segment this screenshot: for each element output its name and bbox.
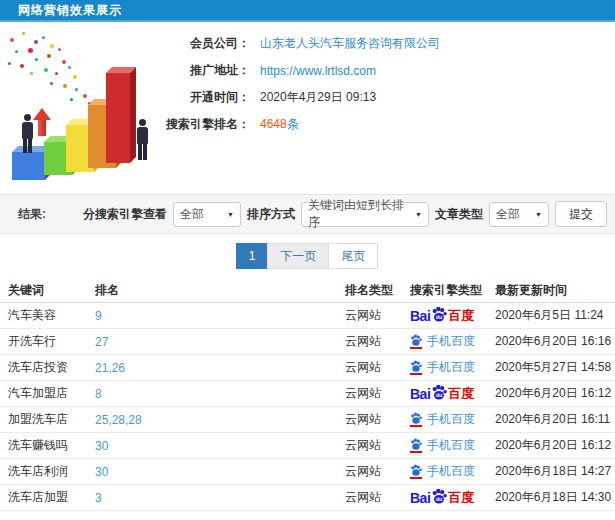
page: 网络营销效果展示 会员公司： 山东老人头汽车服务咨询有限公司 — [0, 0, 615, 520]
baidu-paw-icon: du — [431, 489, 447, 505]
keyword-cell: 加盟洗车店 — [8, 411, 95, 428]
table-header-row: 关键词 排名 排名类型 搜索引擎类型 最新更新时间 — [0, 278, 615, 303]
baidu-mobile-paw-icon — [410, 360, 422, 375]
rank-type-cell: 云网站 — [345, 333, 410, 350]
rank-type-cell: 云网站 — [345, 463, 410, 480]
baidu-mobile-paw-icon — [410, 334, 422, 349]
rank-count: 4648 — [260, 117, 287, 131]
next-page-button[interactable]: 下一页 — [267, 243, 329, 269]
chevron-down-icon: ▼ — [415, 211, 422, 218]
open-time-row: 开通时间： 2020年4月29日 09:13 — [160, 84, 615, 111]
engine-cell: Bai du 百度 — [410, 385, 495, 403]
rank-unit: 条 — [287, 117, 299, 131]
growth-chart-illustration — [0, 22, 160, 194]
table-row: 洗车店加盟 3 云网站 Bai du 百度 — [0, 485, 615, 511]
member-company-link[interactable]: 山东老人头汽车服务咨询有限公司 — [260, 35, 440, 52]
results-label: 结果: — [18, 206, 46, 223]
baidu-mobile-text: 手机百度 — [427, 437, 475, 454]
bar-red — [106, 73, 130, 163]
baidu-mobile-text: 手机百度 — [427, 359, 475, 376]
promo-url-row: 推广地址： https://www.lrtlsd.com — [160, 57, 615, 84]
engine-cell: Bai du 百度 — [410, 463, 495, 480]
info-fields: 会员公司： 山东老人头汽车服务咨询有限公司 推广地址： https://www.… — [160, 22, 615, 194]
pagination: 1 下一页 尾页 — [237, 243, 379, 269]
baidu-cn-text: 百度 — [448, 489, 474, 507]
table-row: 开洗车行 27 云网站 Bai du 百度 — [0, 329, 615, 355]
open-time-value: 2020年4月29日 09:13 — [260, 89, 376, 106]
page-1-button[interactable]: 1 — [236, 243, 269, 269]
keyword-cell: 洗车店加盟 — [8, 489, 95, 506]
last-page-button[interactable]: 尾页 — [328, 243, 378, 269]
baidu-logo-text: Bai — [410, 386, 430, 402]
baidu-mobile-paw-icon — [410, 412, 422, 427]
rank-link[interactable]: 27 — [95, 335, 108, 349]
sort-value: 关键词由短到长排序 — [308, 197, 409, 231]
updated-cell: 2020年6月20日 16:12 — [495, 437, 615, 454]
rank-type-cell: 云网站 — [345, 359, 410, 376]
article-type-label: 文章类型 — [435, 206, 483, 223]
col-updated: 最新更新时间 — [495, 282, 615, 299]
page-header: 网络营销效果展示 — [0, 0, 615, 22]
filter-bar: 结果: 分搜索引擎查看 全部 ▼ 排序方式 关键词由短到长排序 ▼ 文章类型 全… — [0, 194, 615, 234]
sort-label: 排序方式 — [247, 206, 295, 223]
article-type-select[interactable]: 全部 ▼ — [489, 202, 549, 227]
rank-type-cell: 云网站 — [345, 385, 410, 402]
keyword-cell: 开洗车行 — [8, 333, 95, 350]
baidu-mobile-paw-icon — [410, 464, 422, 479]
keyword-cell: 汽车美容 — [8, 307, 95, 324]
baidu-mobile-text: 手机百度 — [427, 333, 475, 350]
engine-cell: Bai du 百度 — [410, 489, 495, 507]
updated-cell: 2020年5月27日 14:58 — [495, 359, 615, 376]
rank-type-cell: 云网站 — [345, 411, 410, 428]
businessman-left — [19, 114, 35, 153]
col-keyword: 关键词 — [8, 282, 95, 299]
col-engine-type: 搜索引擎类型 — [410, 282, 495, 299]
baidu-logo-text: Bai — [410, 490, 430, 506]
engine-filter-select[interactable]: 全部 ▼ — [173, 202, 241, 227]
rank-link[interactable]: 30 — [95, 439, 108, 453]
rank-link[interactable]: 25,28,28 — [95, 413, 142, 427]
baidu-paw-icon: du — [431, 385, 447, 401]
bar-blue — [12, 152, 45, 180]
baidu-cn-text: 百度 — [448, 385, 474, 403]
table-row: 汽车加盟店 8 云网站 Bai du 百度 — [0, 381, 615, 407]
engine-filter-label: 分搜索引擎查看 — [83, 206, 167, 223]
submit-button[interactable]: 提交 — [555, 201, 607, 227]
open-time-label: 开通时间： — [160, 89, 250, 106]
baidu-cn-text: 百度 — [448, 307, 474, 325]
keyword-cell: 汽车加盟店 — [8, 385, 95, 402]
baidu-pc-logo: Bai du 百度 — [410, 385, 474, 403]
engine-cell: Bai du 百度 — [410, 307, 495, 325]
rank-link[interactable]: 8 — [95, 387, 102, 401]
baidu-mobile-logo: 手机百度 — [410, 437, 475, 454]
table-row: 洗车店利润 30 云网站 Bai du 百度 — [0, 459, 615, 485]
page-title: 网络营销效果展示 — [18, 2, 122, 19]
keyword-cell: 洗车店利润 — [8, 463, 95, 480]
rank-type-cell: 云网站 — [345, 437, 410, 454]
svg-text:du: du — [436, 314, 443, 320]
updated-cell: 2020年6月20日 16:11 — [495, 411, 615, 428]
engine-cell: Bai du 百度 — [410, 411, 495, 428]
engine-rank-row: 搜索引擎排名： 4648条 — [160, 111, 615, 138]
rank-link[interactable]: 9 — [95, 309, 102, 323]
table-row: 加盟洗车店 25,28,28 云网站 Bai du 百度 — [0, 407, 615, 433]
sort-select[interactable]: 关键词由短到长排序 ▼ — [301, 202, 429, 227]
engine-cell: Bai du 百度 — [410, 437, 495, 454]
col-rank: 排名 — [95, 282, 345, 299]
filter-controls: 分搜索引擎查看 全部 ▼ 排序方式 关键词由短到长排序 ▼ 文章类型 全部 ▼ … — [83, 201, 607, 227]
baidu-mobile-text: 手机百度 — [427, 411, 475, 428]
engine-cell: Bai du 百度 — [410, 333, 495, 350]
updated-cell: 2020年6月20日 16:16 — [495, 333, 615, 350]
promo-url-link[interactable]: https://www.lrtlsd.com — [260, 64, 376, 78]
keyword-rank-table: 关键词 排名 排名类型 搜索引擎类型 最新更新时间 汽车美容 9 云网站 Bai… — [0, 278, 615, 511]
engine-filter-value: 全部 — [180, 206, 204, 223]
baidu-mobile-text: 手机百度 — [427, 463, 475, 480]
table-body: 汽车美容 9 云网站 Bai du 百度 — [0, 303, 615, 511]
rank-link[interactable]: 21,26 — [95, 361, 125, 375]
rank-link[interactable]: 30 — [95, 465, 108, 479]
baidu-mobile-logo: 手机百度 — [410, 359, 475, 376]
rank-type-cell: 云网站 — [345, 307, 410, 324]
rank-link[interactable]: 3 — [95, 491, 102, 505]
baidu-pc-logo: Bai du 百度 — [410, 489, 474, 507]
table-row: 洗车赚钱吗 30 云网站 Bai du 百度 — [0, 433, 615, 459]
